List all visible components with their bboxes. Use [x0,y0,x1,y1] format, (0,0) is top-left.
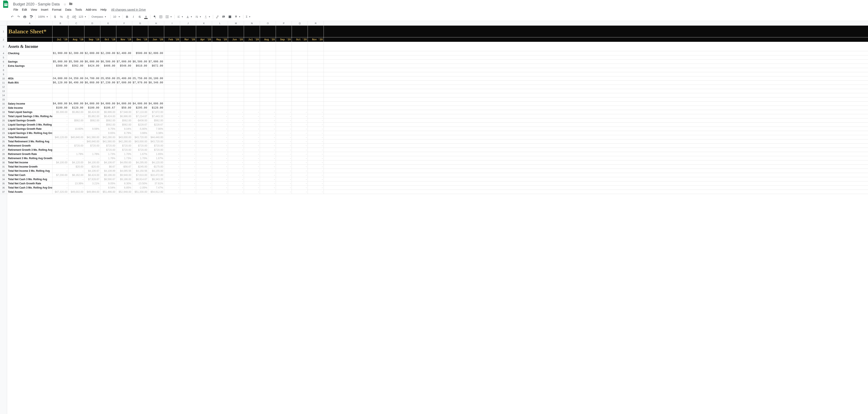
menu-tools[interactable]: Tools [73,7,84,12]
borders-button[interactable] [158,14,164,20]
more-formats-select[interactable]: 123▼ [77,14,88,20]
italic-button[interactable]: I [130,14,136,20]
paint-format-button[interactable] [28,14,34,20]
print-button[interactable] [22,14,28,20]
percent-button[interactable]: % [58,14,64,20]
horizontal-align-button[interactable]: ▼ [176,14,185,20]
menu-edit[interactable]: Edit [20,7,29,12]
zoom-select[interactable]: 100%▼ [37,14,49,20]
insert-link-button[interactable] [214,14,220,20]
menu-help[interactable]: Help [99,7,108,12]
folder-icon[interactable] [69,2,73,6]
increase-decimal-button[interactable]: .00̲ [71,14,77,20]
text-wrap-button[interactable]: ▼ [194,14,203,20]
menu-data[interactable]: Data [63,7,73,12]
filter-button[interactable]: ▼ [233,14,242,20]
separator [51,15,51,19]
menu-view[interactable]: View [29,7,39,12]
text-color-button[interactable]: A [143,14,149,20]
font-size-select[interactable]: 10▼ [112,14,121,20]
insert-chart-button[interactable] [227,14,233,20]
vertical-align-button[interactable]: ▼ [185,14,194,20]
menu-file[interactable]: File [12,7,20,12]
separator [123,15,123,19]
undo-button[interactable]: ↶ [9,14,15,20]
decrease-decimal-button[interactable]: .0̲ [65,14,70,20]
strikethrough-button[interactable]: S [137,14,143,20]
menu-format[interactable]: Format [51,7,63,12]
star-icon[interactable]: ☆ [63,2,66,6]
document-title[interactable]: Budget 2020 - Sample Data [12,2,61,7]
menu-insert[interactable]: Insert [39,7,50,12]
insert-comment-button[interactable] [221,14,226,20]
toolbar: ↶ ↷ 100%▼ $ % .0̲ .00̲ 123▼ Overpass▼ 10… [0,12,868,21]
redo-button[interactable]: ↷ [16,14,22,20]
menu-add-ons[interactable]: Add-ons [84,7,98,12]
merge-cells-button[interactable]: ▼ [164,14,173,20]
font-select[interactable]: Overpass▼ [90,14,109,20]
currency-button[interactable]: $ [52,14,58,20]
title-bar: Budget 2020 - Sample Data ☆ [0,0,868,7]
functions-button[interactable]: Σ▼ [245,14,252,20]
sheets-logo-icon[interactable] [2,0,10,8]
menu-bar: FileEditViewInsertFormatDataToolsAdd-ons… [0,7,868,12]
save-status[interactable]: All changes saved in Drive [111,8,146,11]
bold-button[interactable]: B [124,14,130,20]
fill-color-button[interactable] [152,14,157,20]
text-rotation-button[interactable]: ▼ [203,14,212,20]
